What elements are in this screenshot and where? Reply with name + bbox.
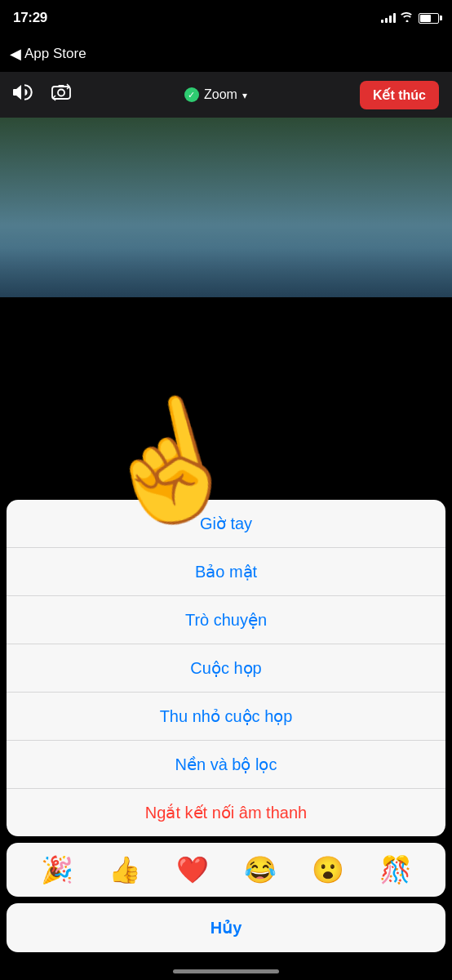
signal-icon [381, 13, 396, 23]
emoji-thumbsup[interactable]: 👍 [109, 854, 141, 885]
end-meeting-button[interactable]: Kết thúc [360, 81, 439, 109]
emoji-party[interactable]: 🎊 [379, 854, 412, 885]
status-bar: 17:29 [0, 0, 452, 36]
emoji-heart[interactable]: ❤️ [176, 854, 209, 885]
back-label: App Store [24, 46, 86, 62]
chevron-down-icon: ▾ [242, 90, 247, 101]
minimize-button[interactable]: Thu nhỏ cuộc họp [7, 693, 445, 741]
emoji-clap[interactable]: 🎉 [41, 854, 73, 885]
emoji-wow[interactable]: 😮 [312, 854, 344, 885]
wifi-icon [401, 12, 414, 24]
raise-hand-button[interactable]: Giờ tay [7, 500, 445, 548]
cancel-button[interactable]: Hủy [7, 903, 445, 952]
disconnect-audio-button[interactable]: Ngắt kết nối âm thanh [7, 789, 445, 836]
emoji-reactions-bar: 🎉 👍 ❤️ 😂 😮 🎊 [7, 843, 445, 897]
zoom-menu-button[interactable]: ✓ Zoom ▾ [184, 87, 247, 102]
participants-button[interactable]: Cuộc họp [7, 644, 445, 693]
svg-point-1 [58, 90, 64, 96]
action-sheet-main: Giờ tay Bảo mật Trò chuyện Cuộc họp Thu … [7, 500, 445, 836]
zoom-shield-icon: ✓ [184, 87, 199, 102]
meeting-toolbar: ✓ Zoom ▾ Kết thúc [0, 72, 452, 118]
status-time: 17:29 [13, 10, 47, 26]
background-filter-button[interactable]: Nền và bộ lọc [7, 741, 445, 789]
toolbar-left-icons [13, 83, 72, 106]
nav-bar: ◀ App Store [0, 36, 452, 72]
battery-icon [419, 13, 439, 24]
back-arrow-icon: ◀ [10, 45, 21, 63]
action-sheet: Giờ tay Bảo mật Trò chuyện Cuộc họp Thu … [0, 500, 452, 980]
emoji-laugh[interactable]: 😂 [244, 854, 277, 885]
home-indicator [173, 969, 279, 973]
security-button[interactable]: Bảo mật [7, 548, 445, 596]
back-button[interactable]: ◀ App Store [10, 45, 86, 63]
status-icons [381, 12, 439, 24]
chat-button[interactable]: Trò chuyện [7, 596, 445, 644]
camera-flip-icon[interactable] [51, 83, 72, 106]
speaker-icon[interactable] [13, 83, 34, 106]
zoom-label: Zoom [204, 87, 237, 102]
